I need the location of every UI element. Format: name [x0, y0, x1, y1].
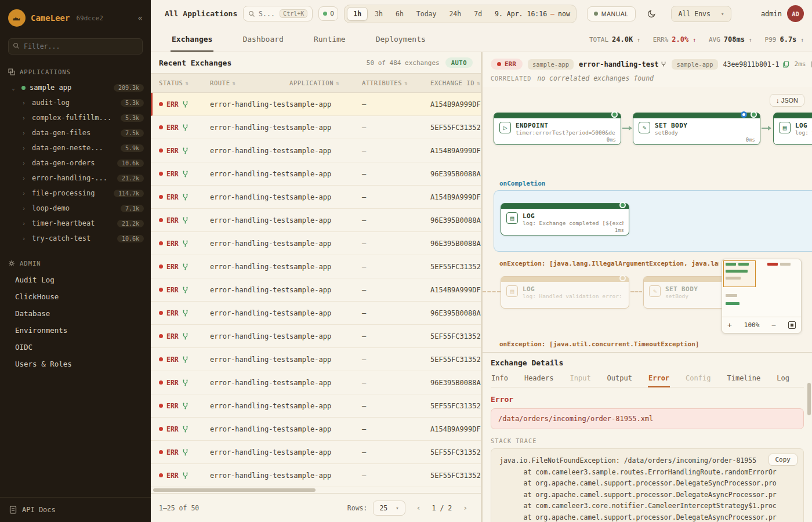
gear-icon [8, 260, 15, 267]
table-row[interactable]: ERR error-handling-test sample-app — 5EF… [151, 116, 481, 139]
table-row[interactable]: ERR error-handling-test sample-app — 5EF… [151, 325, 481, 348]
time-range-group: 1h 3h 6h Today 24h 7d 9. Apr. 16:16 – no… [344, 5, 577, 23]
table-row[interactable]: ERR error-handling-test sample-app — 96E… [151, 162, 481, 186]
table-row[interactable]: ERR error-handling-test sample-app — 5EF… [151, 441, 481, 464]
user-menu[interactable]: admin AD [761, 5, 804, 22]
details-tab[interactable]: Timeline [726, 372, 761, 387]
minimap[interactable]: + 100% − [722, 259, 802, 334]
flow-node-exception-set-body[interactable]: ✎ SET BODY setBody [643, 276, 730, 309]
copy-button[interactable]: Copy [768, 454, 798, 466]
sidebar-admin-item[interactable]: ClickHouse [0, 288, 151, 305]
sidebar-admin-item[interactable]: Audit Log [0, 271, 151, 288]
auto-refresh-badge[interactable]: AUTO [445, 57, 473, 68]
sort-icon[interactable]: ⇅ [477, 80, 480, 86]
dark-mode-toggle[interactable] [644, 6, 659, 21]
sidebar-admin-item[interactable]: OIDC [0, 339, 151, 356]
sidebar-item-sample-app[interactable]: ⌄ sample app 209.3k [0, 80, 151, 95]
breakpoint-dot[interactable] [741, 111, 747, 118]
sidebar-admin-item[interactable]: Environments [0, 322, 151, 339]
table-row[interactable]: ERR error-handling-test sample-app — 96E… [151, 232, 481, 255]
sidebar-route-item[interactable]: › error-handling-... 21.2k [0, 171, 151, 186]
column-header[interactable]: APPLICATION ⇅ [289, 79, 362, 86]
sidebar-admin-item[interactable]: Users & Roles [0, 356, 151, 372]
zoom-in-button[interactable]: + [727, 321, 732, 329]
details-tab[interactable]: Headers [524, 372, 554, 387]
live-toggle[interactable]: O [318, 6, 338, 21]
flow-node-set-body[interactable]: ✎ SET BODY setBody 0ms [633, 113, 760, 145]
sidebar-route-item[interactable]: › file-processing 114.7k [0, 186, 151, 201]
table-row[interactable]: ERR error-handling-test sample-app — 5EF… [151, 348, 481, 371]
column-header[interactable]: ATTRIBUTES ⇅ [362, 79, 430, 86]
minimap-viewport[interactable] [723, 260, 756, 287]
table-row[interactable]: ERR error-handling-test sample-app — A15… [151, 93, 481, 116]
sidebar-admin-item[interactable]: Database [0, 305, 151, 322]
time-range-button[interactable]: 6h [390, 7, 409, 21]
table-row[interactable]: ERR error-handling-test sample-app — 96E… [151, 371, 481, 394]
sort-icon[interactable]: ⇅ [404, 80, 408, 86]
sidebar-route-item[interactable]: › try-catch-test 10.6k [0, 231, 151, 246]
manual-refresh-button[interactable]: MANUAL [587, 6, 636, 21]
details-tab[interactable]: Output [607, 372, 633, 387]
prev-page-button[interactable]: ‹ [411, 501, 426, 514]
nav-tab[interactable]: Runtime [313, 28, 347, 52]
table-row[interactable]: ERR error-handling-test sample-app — A15… [151, 186, 481, 209]
sidebar-route-item[interactable]: › data-gen-neste... 5.9k [0, 140, 151, 155]
sidebar-filter-input[interactable] [8, 38, 143, 55]
sort-icon[interactable]: ⇅ [233, 80, 236, 86]
flow-node-endpoint[interactable]: ▷ ENDPOINT timer:errorTest?period=5000&d… [494, 113, 621, 145]
time-range-button[interactable]: 3h [369, 7, 389, 21]
table-row[interactable]: ERR error-handling-test sample-app — 96E… [151, 209, 481, 232]
sidebar-route-item[interactable]: › audit-log 5.3k [0, 95, 151, 110]
time-range-button[interactable]: Today [411, 7, 443, 21]
table-row[interactable]: ERR error-handling-test sample-app — 96E… [151, 302, 481, 325]
vertical-scrollbar-thumb[interactable] [807, 383, 811, 415]
sort-icon[interactable]: ⇅ [186, 80, 189, 86]
time-range-button[interactable]: 7d [468, 7, 488, 21]
horizontal-scrollbar[interactable] [151, 487, 481, 493]
column-header[interactable]: EXCHANGE ID ⇅ [430, 79, 481, 86]
download-json-button[interactable]: ↓ JSON [770, 94, 804, 107]
global-search[interactable]: Ctrl+K [243, 6, 313, 21]
minimap-canvas[interactable] [722, 259, 801, 317]
details-tab[interactable]: Log [776, 372, 790, 387]
zoom-out-button[interactable]: − [771, 321, 776, 329]
details-tab[interactable]: Error [648, 372, 670, 387]
table-row[interactable]: ERR error-handling-test sample-app — A15… [151, 139, 481, 162]
nav-tab[interactable]: Deployments [375, 28, 427, 52]
table-row[interactable]: ERR error-handling-test sample-app — A15… [151, 418, 481, 441]
date-range[interactable]: 9. Apr. 16:16 – now [495, 10, 570, 18]
next-page-button[interactable]: › [458, 501, 473, 514]
sidebar-collapse-button[interactable]: « [138, 13, 143, 23]
copy-icon[interactable] [782, 61, 789, 68]
fit-view-button[interactable] [788, 321, 796, 329]
flow-node-exception-log[interactable]: ▤ LOG log: Handled validation error: ${e… [501, 276, 629, 309]
nav-tab[interactable]: Exchanges [171, 28, 213, 52]
search-input[interactable] [259, 10, 276, 18]
time-range-button[interactable]: 24h [443, 7, 467, 21]
sort-icon[interactable]: ⇅ [336, 80, 339, 86]
table-row[interactable]: ERR error-handling-test sample-app — 5EF… [151, 255, 481, 278]
column-header[interactable]: STATUS ⇅ [159, 79, 210, 86]
scrollbar-thumb[interactable] [153, 488, 316, 492]
flow-canvas[interactable]: ↓ JSON ▷ ENDPOINT timer:errorTest?period… [483, 87, 812, 352]
api-docs-link[interactable]: API Docs [0, 497, 151, 522]
time-range-button[interactable]: 1h [347, 7, 368, 21]
sidebar-route-item[interactable]: › loop-demo 7.1k [0, 201, 151, 216]
sidebar-route-item[interactable]: › data-gen-files 7.5k [0, 125, 151, 140]
sidebar-route-item[interactable]: › complex-fulfillm... 5.3k [0, 110, 151, 125]
sidebar-route-item[interactable]: › data-gen-orders 10.6k [0, 155, 151, 171]
details-tab[interactable]: Info [491, 372, 509, 387]
env-select[interactable]: All Envs ▾ [671, 6, 732, 22]
column-header[interactable]: ROUTE ⇅ [210, 79, 289, 86]
avatar[interactable]: AD [787, 5, 804, 22]
table-row[interactable]: ERR error-handling-test sample-app — A15… [151, 278, 481, 302]
flow-node-completion-log[interactable]: ▤ LOG log: Exchange completed [${exchan … [501, 203, 629, 235]
table-row[interactable]: ERR error-handling-test sample-app — 5EF… [151, 394, 481, 418]
rows-per-page-select[interactable]: 25 ▾ [373, 501, 405, 516]
details-tab[interactable]: Input [569, 372, 591, 387]
sidebar-route-item[interactable]: › timer-heartbeat 21.2k [0, 216, 151, 231]
flow-node-log[interactable]: ▤ LOG log: Sta [773, 113, 812, 145]
details-tab[interactable]: Config [685, 372, 711, 387]
table-row[interactable]: ERR error-handling-test sample-app — 5EF… [151, 464, 481, 487]
nav-tab[interactable]: Dashboard [241, 28, 284, 52]
